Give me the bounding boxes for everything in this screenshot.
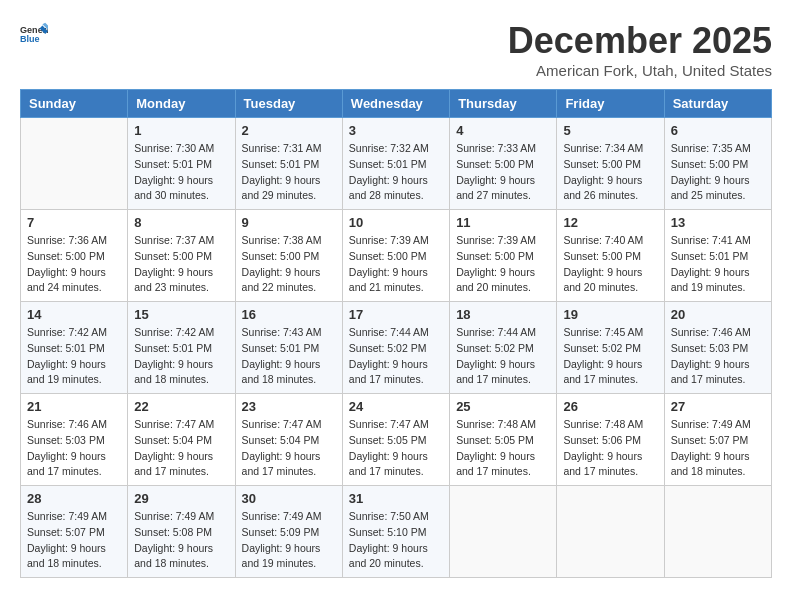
calendar-cell: 11Sunrise: 7:39 AMSunset: 5:00 PMDayligh… bbox=[450, 210, 557, 302]
day-number: 29 bbox=[134, 491, 228, 506]
day-number: 18 bbox=[456, 307, 550, 322]
calendar-cell: 17Sunrise: 7:44 AMSunset: 5:02 PMDayligh… bbox=[342, 302, 449, 394]
day-number: 11 bbox=[456, 215, 550, 230]
weekday-header-row: SundayMondayTuesdayWednesdayThursdayFrid… bbox=[21, 90, 772, 118]
day-number: 3 bbox=[349, 123, 443, 138]
day-info: Sunrise: 7:47 AMSunset: 5:05 PMDaylight:… bbox=[349, 417, 443, 480]
calendar-cell: 28Sunrise: 7:49 AMSunset: 5:07 PMDayligh… bbox=[21, 486, 128, 578]
weekday-header-saturday: Saturday bbox=[664, 90, 771, 118]
day-number: 19 bbox=[563, 307, 657, 322]
day-info: Sunrise: 7:45 AMSunset: 5:02 PMDaylight:… bbox=[563, 325, 657, 388]
day-number: 6 bbox=[671, 123, 765, 138]
day-number: 12 bbox=[563, 215, 657, 230]
calendar-cell: 8Sunrise: 7:37 AMSunset: 5:00 PMDaylight… bbox=[128, 210, 235, 302]
calendar-cell: 19Sunrise: 7:45 AMSunset: 5:02 PMDayligh… bbox=[557, 302, 664, 394]
weekday-header-monday: Monday bbox=[128, 90, 235, 118]
day-info: Sunrise: 7:31 AMSunset: 5:01 PMDaylight:… bbox=[242, 141, 336, 204]
day-info: Sunrise: 7:46 AMSunset: 5:03 PMDaylight:… bbox=[27, 417, 121, 480]
calendar-cell: 10Sunrise: 7:39 AMSunset: 5:00 PMDayligh… bbox=[342, 210, 449, 302]
calendar-cell: 26Sunrise: 7:48 AMSunset: 5:06 PMDayligh… bbox=[557, 394, 664, 486]
day-info: Sunrise: 7:43 AMSunset: 5:01 PMDaylight:… bbox=[242, 325, 336, 388]
day-number: 13 bbox=[671, 215, 765, 230]
day-info: Sunrise: 7:44 AMSunset: 5:02 PMDaylight:… bbox=[456, 325, 550, 388]
day-number: 27 bbox=[671, 399, 765, 414]
day-number: 15 bbox=[134, 307, 228, 322]
day-info: Sunrise: 7:32 AMSunset: 5:01 PMDaylight:… bbox=[349, 141, 443, 204]
calendar-cell: 9Sunrise: 7:38 AMSunset: 5:00 PMDaylight… bbox=[235, 210, 342, 302]
calendar-cell: 3Sunrise: 7:32 AMSunset: 5:01 PMDaylight… bbox=[342, 118, 449, 210]
day-info: Sunrise: 7:49 AMSunset: 5:07 PMDaylight:… bbox=[671, 417, 765, 480]
calendar-cell: 16Sunrise: 7:43 AMSunset: 5:01 PMDayligh… bbox=[235, 302, 342, 394]
day-info: Sunrise: 7:49 AMSunset: 5:08 PMDaylight:… bbox=[134, 509, 228, 572]
day-number: 9 bbox=[242, 215, 336, 230]
day-info: Sunrise: 7:33 AMSunset: 5:00 PMDaylight:… bbox=[456, 141, 550, 204]
day-info: Sunrise: 7:47 AMSunset: 5:04 PMDaylight:… bbox=[242, 417, 336, 480]
day-info: Sunrise: 7:34 AMSunset: 5:00 PMDaylight:… bbox=[563, 141, 657, 204]
weekday-header-friday: Friday bbox=[557, 90, 664, 118]
calendar-cell: 12Sunrise: 7:40 AMSunset: 5:00 PMDayligh… bbox=[557, 210, 664, 302]
day-info: Sunrise: 7:36 AMSunset: 5:00 PMDaylight:… bbox=[27, 233, 121, 296]
week-row-2: 7Sunrise: 7:36 AMSunset: 5:00 PMDaylight… bbox=[21, 210, 772, 302]
calendar-cell: 7Sunrise: 7:36 AMSunset: 5:00 PMDaylight… bbox=[21, 210, 128, 302]
day-info: Sunrise: 7:39 AMSunset: 5:00 PMDaylight:… bbox=[349, 233, 443, 296]
calendar-cell: 29Sunrise: 7:49 AMSunset: 5:08 PMDayligh… bbox=[128, 486, 235, 578]
day-info: Sunrise: 7:49 AMSunset: 5:09 PMDaylight:… bbox=[242, 509, 336, 572]
day-info: Sunrise: 7:48 AMSunset: 5:05 PMDaylight:… bbox=[456, 417, 550, 480]
weekday-header-sunday: Sunday bbox=[21, 90, 128, 118]
calendar-cell bbox=[450, 486, 557, 578]
day-number: 16 bbox=[242, 307, 336, 322]
day-info: Sunrise: 7:30 AMSunset: 5:01 PMDaylight:… bbox=[134, 141, 228, 204]
day-number: 17 bbox=[349, 307, 443, 322]
day-info: Sunrise: 7:46 AMSunset: 5:03 PMDaylight:… bbox=[671, 325, 765, 388]
day-number: 10 bbox=[349, 215, 443, 230]
day-info: Sunrise: 7:50 AMSunset: 5:10 PMDaylight:… bbox=[349, 509, 443, 572]
calendar-cell: 2Sunrise: 7:31 AMSunset: 5:01 PMDaylight… bbox=[235, 118, 342, 210]
day-info: Sunrise: 7:35 AMSunset: 5:00 PMDaylight:… bbox=[671, 141, 765, 204]
day-number: 22 bbox=[134, 399, 228, 414]
day-number: 4 bbox=[456, 123, 550, 138]
calendar-cell: 1Sunrise: 7:30 AMSunset: 5:01 PMDaylight… bbox=[128, 118, 235, 210]
week-row-5: 28Sunrise: 7:49 AMSunset: 5:07 PMDayligh… bbox=[21, 486, 772, 578]
day-number: 21 bbox=[27, 399, 121, 414]
calendar-cell: 15Sunrise: 7:42 AMSunset: 5:01 PMDayligh… bbox=[128, 302, 235, 394]
calendar-cell: 18Sunrise: 7:44 AMSunset: 5:02 PMDayligh… bbox=[450, 302, 557, 394]
calendar-cell: 20Sunrise: 7:46 AMSunset: 5:03 PMDayligh… bbox=[664, 302, 771, 394]
calendar-cell: 5Sunrise: 7:34 AMSunset: 5:00 PMDaylight… bbox=[557, 118, 664, 210]
day-info: Sunrise: 7:40 AMSunset: 5:00 PMDaylight:… bbox=[563, 233, 657, 296]
day-number: 30 bbox=[242, 491, 336, 506]
day-info: Sunrise: 7:47 AMSunset: 5:04 PMDaylight:… bbox=[134, 417, 228, 480]
day-info: Sunrise: 7:42 AMSunset: 5:01 PMDaylight:… bbox=[134, 325, 228, 388]
calendar-cell: 31Sunrise: 7:50 AMSunset: 5:10 PMDayligh… bbox=[342, 486, 449, 578]
day-number: 26 bbox=[563, 399, 657, 414]
day-number: 31 bbox=[349, 491, 443, 506]
day-number: 5 bbox=[563, 123, 657, 138]
logo-icon: General Blue bbox=[20, 20, 48, 48]
calendar-cell: 21Sunrise: 7:46 AMSunset: 5:03 PMDayligh… bbox=[21, 394, 128, 486]
title-area: December 2025 American Fork, Utah, Unite… bbox=[508, 20, 772, 79]
calendar-cell: 6Sunrise: 7:35 AMSunset: 5:00 PMDaylight… bbox=[664, 118, 771, 210]
weekday-header-tuesday: Tuesday bbox=[235, 90, 342, 118]
calendar-cell bbox=[557, 486, 664, 578]
day-number: 25 bbox=[456, 399, 550, 414]
day-info: Sunrise: 7:48 AMSunset: 5:06 PMDaylight:… bbox=[563, 417, 657, 480]
calendar-cell: 14Sunrise: 7:42 AMSunset: 5:01 PMDayligh… bbox=[21, 302, 128, 394]
day-number: 14 bbox=[27, 307, 121, 322]
day-info: Sunrise: 7:38 AMSunset: 5:00 PMDaylight:… bbox=[242, 233, 336, 296]
calendar-cell: 4Sunrise: 7:33 AMSunset: 5:00 PMDaylight… bbox=[450, 118, 557, 210]
calendar-subtitle: American Fork, Utah, United States bbox=[508, 62, 772, 79]
calendar-cell: 13Sunrise: 7:41 AMSunset: 5:01 PMDayligh… bbox=[664, 210, 771, 302]
day-info: Sunrise: 7:41 AMSunset: 5:01 PMDaylight:… bbox=[671, 233, 765, 296]
calendar-cell: 27Sunrise: 7:49 AMSunset: 5:07 PMDayligh… bbox=[664, 394, 771, 486]
day-number: 8 bbox=[134, 215, 228, 230]
calendar-cell: 30Sunrise: 7:49 AMSunset: 5:09 PMDayligh… bbox=[235, 486, 342, 578]
day-number: 28 bbox=[27, 491, 121, 506]
header: General Blue December 2025 American Fork… bbox=[20, 20, 772, 79]
calendar-cell: 23Sunrise: 7:47 AMSunset: 5:04 PMDayligh… bbox=[235, 394, 342, 486]
day-number: 24 bbox=[349, 399, 443, 414]
calendar-title: December 2025 bbox=[508, 20, 772, 62]
weekday-header-thursday: Thursday bbox=[450, 90, 557, 118]
calendar-cell: 22Sunrise: 7:47 AMSunset: 5:04 PMDayligh… bbox=[128, 394, 235, 486]
day-number: 1 bbox=[134, 123, 228, 138]
calendar-cell: 24Sunrise: 7:47 AMSunset: 5:05 PMDayligh… bbox=[342, 394, 449, 486]
day-number: 20 bbox=[671, 307, 765, 322]
